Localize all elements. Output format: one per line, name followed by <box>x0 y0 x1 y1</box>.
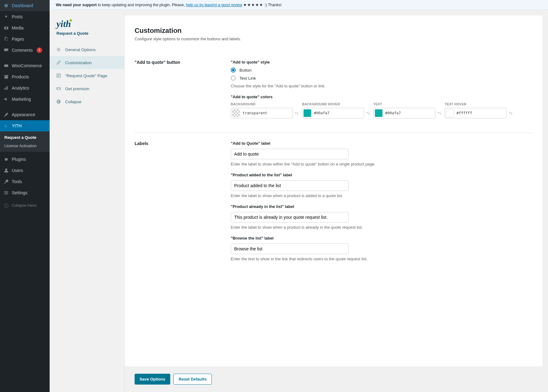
menu-label: Pages <box>12 36 24 42</box>
pin-icon <box>3 14 9 20</box>
color-input[interactable] <box>302 108 364 118</box>
color-field-background-hover: BACKGROUND HOVER <box>302 102 364 118</box>
menu-label: YITH <box>12 123 22 129</box>
radio-label-button: Button <box>239 68 252 73</box>
stars-icon: ★★★★★ <box>243 3 263 7</box>
section-title: "Add to quote" button <box>135 60 225 125</box>
sidebar-item-dashboard[interactable]: Dashboard <box>0 0 50 11</box>
sidebar-item-woocommerce[interactable]: WooCommerce <box>0 60 50 71</box>
sidebar-item-comments[interactable]: Comments1 <box>0 45 50 56</box>
svg-rect-5 <box>4 75 8 76</box>
sidebar-item-settings[interactable]: Settings <box>0 187 50 198</box>
pen-icon <box>56 60 61 65</box>
plug-icon <box>3 156 9 162</box>
sliders-icon <box>3 190 9 196</box>
color-field-text-hover: TEXT HOVER <box>445 102 507 118</box>
section-labels: Labels "Add to Quote" label Enter the la… <box>135 141 532 275</box>
menu-label: Products <box>12 74 29 80</box>
yith-logo: yith● <box>50 19 124 31</box>
sidebar-item-plugins[interactable]: Plugins <box>0 154 50 165</box>
label-field: "Product added to the list" label Enter … <box>231 173 532 198</box>
back-icon <box>56 99 61 104</box>
page-description: Configure style options to customize the… <box>135 37 532 41</box>
menu-label: Analytics <box>12 85 29 91</box>
color-value-input[interactable] <box>243 111 290 115</box>
svg-point-10 <box>5 169 7 170</box>
notice-suffix: :) Thanks! <box>265 3 282 7</box>
sidebar-item-media[interactable]: Media <box>0 22 50 33</box>
label-field: "Product already in the list" label Ente… <box>231 204 532 230</box>
yith-nav-get-premium[interactable]: Get premium <box>50 82 124 95</box>
megaphone-icon <box>3 96 9 102</box>
menu-label: Media <box>12 25 24 31</box>
sidebar-item-appearance[interactable]: Appearance <box>0 109 50 120</box>
yith-nav-collapse[interactable]: Collapse <box>50 95 124 108</box>
reset-defaults-button[interactable]: Reset Defaults <box>173 374 212 385</box>
menu-label: Dashboard <box>12 3 33 8</box>
reset-color-icon[interactable] <box>364 111 372 116</box>
save-button[interactable]: Save Options <box>135 374 170 385</box>
yith-sidebar: yith● Request a Quote General OptionsCus… <box>50 10 125 392</box>
menu-label: Posts <box>12 14 23 20</box>
svg-point-1 <box>6 27 7 29</box>
submenu-item-license-activation[interactable]: License Activation <box>0 142 50 150</box>
color-swatch[interactable] <box>375 109 383 117</box>
menu-label: Appearance <box>12 112 35 117</box>
color-input[interactable] <box>231 108 293 118</box>
yith-nav-customization[interactable]: Customization <box>50 56 124 69</box>
yith-nav--request-quote-page[interactable]: "Request Quote" Page <box>50 69 124 82</box>
sidebar-item-analytics[interactable]: Analytics <box>0 82 50 94</box>
sidebar-item-posts[interactable]: Posts <box>0 11 50 22</box>
label-input[interactable] <box>231 149 349 159</box>
radio-text-link-style[interactable] <box>231 76 236 81</box>
menu-label: Users <box>12 168 23 173</box>
wrench-icon <box>3 178 9 185</box>
sidebar-item-collapse-menu[interactable]: Collapse menu <box>0 200 50 211</box>
gauge-icon <box>3 2 9 9</box>
nav-label: General Options <box>65 47 96 52</box>
menu-label: Marketing <box>12 96 31 102</box>
user-icon <box>3 167 9 174</box>
label-field: "Add to Quote" label Enter the label to … <box>231 141 532 166</box>
yith-nav-general-options[interactable]: General Options <box>50 43 124 56</box>
field-label: "Product already in the list" label <box>231 204 532 209</box>
menu-label: Collapse menu <box>12 203 37 208</box>
menu-label: Tools <box>12 179 22 184</box>
svg-rect-8 <box>6 87 6 90</box>
field-label: "Browse the list" label <box>231 236 532 240</box>
color-input[interactable] <box>373 108 435 118</box>
radio-label-textlink: Text Link <box>239 76 256 81</box>
help-text: Choose the style for the "Add to quote" … <box>231 84 532 88</box>
color-value-input[interactable] <box>457 111 504 115</box>
color-swatch[interactable] <box>446 109 454 117</box>
section-add-to-quote-button: "Add to quote" button "Add to quote" sty… <box>135 60 532 133</box>
sidebar-item-products[interactable]: Products <box>0 71 50 82</box>
sidebar-item-yith[interactable]: YITH <box>0 120 50 131</box>
leave-review-link[interactable]: help us by leaving a good review <box>186 3 242 7</box>
label-input[interactable] <box>231 212 349 222</box>
sidebar-item-pages[interactable]: Pages <box>0 33 50 45</box>
reset-color-icon[interactable] <box>292 111 301 116</box>
nav-label: Get premium <box>65 86 89 91</box>
lines-icon <box>56 73 61 78</box>
reset-color-icon[interactable] <box>506 111 515 116</box>
help-text: Enter the text to show in the link that … <box>231 257 532 261</box>
sidebar-item-tools[interactable]: Tools <box>0 176 50 187</box>
reset-color-icon[interactable] <box>435 111 443 116</box>
label-field: "Browse the list" label Enter the text t… <box>231 236 532 261</box>
submenu-item-request-a-quote[interactable]: Request a Quote <box>0 133 50 142</box>
help-text: Enter the label to show when a product i… <box>231 225 532 230</box>
sidebar-item-marketing[interactable]: Marketing <box>0 94 50 105</box>
radio-button-style[interactable] <box>231 68 236 73</box>
label-input[interactable] <box>231 180 349 191</box>
color-swatch[interactable] <box>232 109 240 117</box>
color-value-input[interactable] <box>385 111 433 115</box>
page-icon <box>3 36 9 42</box>
color-input[interactable] <box>445 108 507 118</box>
woo-icon <box>3 63 9 69</box>
field-label-style: "Add to quote" style <box>231 60 532 64</box>
label-input[interactable] <box>231 244 349 254</box>
color-swatch[interactable] <box>303 109 311 117</box>
sidebar-item-users[interactable]: Users <box>0 165 50 176</box>
color-value-input[interactable] <box>314 111 361 115</box>
